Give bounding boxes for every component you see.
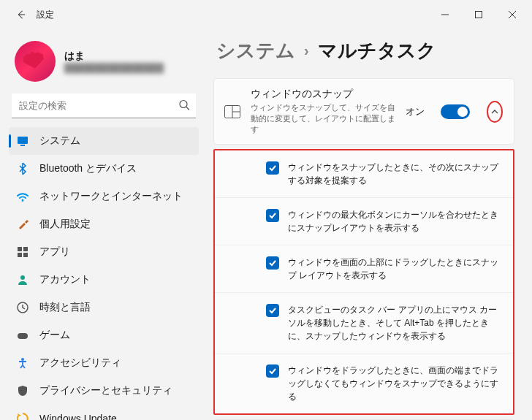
wifi-icon [16,190,29,203]
checkbox[interactable] [266,256,279,270]
option-label: ウィンドウの最大化ボタンにカーソルを合わせたときにスナップレイアウトを表示する [288,208,500,234]
sidebar-item-label: ネットワークとインターネット [39,190,183,203]
option-label: ウィンドウをドラッグしたときに、画面の端までドラッグしなくてもウィンドウをスナッ… [288,364,500,403]
checkbox[interactable] [266,209,279,222]
snap-toggle[interactable] [441,104,470,119]
snap-option-2[interactable]: ウィンドウを画面の上部にドラッグしたときにスナップ レイアウトを表示する [215,245,513,292]
sidebar-item-1[interactable]: Bluetooth とデバイス [9,155,199,183]
minimize-button[interactable] [428,3,462,26]
snap-option-0[interactable]: ウィンドウをスナップしたときに、その次にスナップする対象を提案する [215,150,513,197]
window-title: 設定 [37,9,54,21]
maximize-button[interactable] [462,3,495,26]
checkbox[interactable] [266,304,279,317]
option-label: ウィンドウを画面の上部にドラッグしたときにスナップ レイアウトを表示する [288,256,500,282]
snap-windows-header[interactable]: ウィンドウのスナップ ウィンドウをスナップして、サイズを自動的に変更して、レイア… [214,79,514,144]
sidebar-item-8[interactable]: アクセシビリティ [9,349,199,377]
breadcrumb-parent[interactable]: システム [216,38,295,64]
breadcrumb-current: マルチタスク [318,38,436,64]
sidebar-item-label: Windows Update [39,413,117,420]
breadcrumb: システム › マルチタスク [213,38,514,64]
toggle-state-label: オン [406,105,425,118]
option-label: タスクビューのタスク バー アプリの上にマウス カーソルを移動したとき、そして … [288,303,500,343]
access-icon [16,356,29,370]
sidebar-item-label: アプリ [39,245,70,259]
sidebar: はま ████████████████ システムBluetooth とデバイスネ… [0,29,205,420]
svg-line-5 [186,107,189,110]
sidebar-item-6[interactable]: 時刻と言語 [9,294,199,321]
back-button[interactable] [12,6,29,23]
svg-point-13 [20,275,25,280]
snap-option-1[interactable]: ウィンドウの最大化ボタンにカーソルを合わせたときにスナップレイアウトを表示する [215,197,513,245]
svg-rect-6 [18,137,28,144]
checkbox[interactable] [266,161,279,175]
titlebar: 設定 [0,0,532,29]
search-icon [178,99,190,113]
snap-layout-icon [224,104,240,120]
svg-rect-12 [23,253,28,257]
checkbox[interactable] [266,364,279,378]
svg-rect-15 [18,333,28,339]
window-controls [428,3,529,26]
sidebar-item-4[interactable]: アプリ [9,238,199,266]
account-icon [16,273,29,286]
sidebar-item-label: ゲーム [39,329,70,342]
sidebar-item-5[interactable]: アカウント [9,266,199,294]
sidebar-item-0[interactable]: システム [9,127,199,155]
privacy-icon [16,384,29,397]
svg-rect-7 [20,145,25,146]
profile-name: はま [64,50,164,63]
svg-rect-11 [18,253,22,257]
expand-button[interactable] [486,103,503,121]
svg-point-16 [21,358,24,361]
sidebar-item-label: 個人用設定 [39,218,91,231]
svg-point-8 [22,199,24,202]
sidebar-item-label: Bluetooth とデバイス [39,162,137,175]
search-input[interactable] [12,93,196,118]
snap-options-panel: ウィンドウをスナップしたときに、その次にスナップする対象を提案するウィンドウの最… [213,149,514,415]
display-icon [16,134,29,148]
avatar [15,41,56,82]
profile-email: ████████████████ [64,63,164,73]
sidebar-item-label: アカウント [39,273,91,286]
sidebar-item-label: アクセシビリティ [39,356,121,370]
game-icon [16,329,29,342]
chevron-right-icon: › [304,42,309,59]
brush-icon [16,218,29,231]
main-content: システム › マルチタスク ウィンドウのスナップ ウィンドウをスナップして、サイ… [205,29,532,420]
sidebar-item-label: システム [39,134,80,148]
sidebar-item-10[interactable]: Windows Update [9,405,199,420]
update-icon [16,412,29,420]
bluetooth-icon [16,162,29,175]
option-label: ウィンドウをスナップしたときに、その次にスナップする対象を提案する [288,161,500,187]
sidebar-item-9[interactable]: プライバシーとセキュリティ [9,377,199,405]
snap-description: ウィンドウをスナップして、サイズを自動的に変更して、レイアウトに配置します [251,102,395,135]
snap-title: ウィンドウのスナップ [251,88,395,101]
search-box [12,93,196,118]
profile-section[interactable]: はま ████████████████ [9,35,199,93]
svg-rect-1 [476,12,482,18]
highlight-ring [487,101,503,123]
sidebar-item-label: プライバシーとセキュリティ [39,384,172,397]
sidebar-item-7[interactable]: ゲーム [9,321,199,349]
sidebar-item-label: 時刻と言語 [39,301,91,314]
snap-option-3[interactable]: タスクビューのタスク バー アプリの上にマウス カーソルを移動したとき、そして … [215,292,513,353]
sidebar-item-3[interactable]: 個人用設定 [9,210,199,238]
svg-rect-10 [23,247,28,251]
svg-point-4 [180,101,187,108]
snap-option-4[interactable]: ウィンドウをドラッグしたときに、画面の端までドラッグしなくてもウィンドウをスナッ… [215,353,513,413]
sidebar-item-2[interactable]: ネットワークとインターネット [9,183,199,210]
time-icon [16,301,29,314]
close-button[interactable] [495,3,529,26]
snap-windows-card: ウィンドウのスナップ ウィンドウをスナップして、サイズを自動的に変更して、レイア… [213,78,514,145]
apps-icon [16,245,29,259]
svg-rect-9 [18,247,22,251]
